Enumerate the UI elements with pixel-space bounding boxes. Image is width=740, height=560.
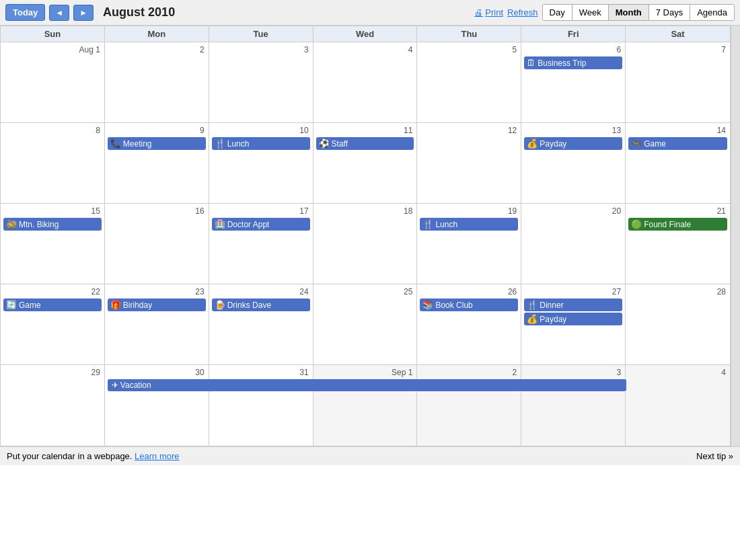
event-3-2-0[interactable]: 🍺Drinks Dave — [212, 298, 310, 311]
day-cell-2-5[interactable]: 20 — [521, 204, 626, 284]
event-1-3-0[interactable]: ⚽Staff — [316, 137, 414, 150]
day-cell-3-1[interactable]: 23🎁Birihday — [105, 284, 209, 364]
print-icon: 🖨 — [474, 7, 483, 17]
event-icon: 🚵 — [6, 219, 17, 229]
event-icon: 🍴 — [422, 219, 433, 229]
day-cell-2-2[interactable]: 17🏥Doctor Appt — [209, 204, 313, 284]
day-cell-4-3[interactable]: Sep 1 — [313, 365, 418, 446]
event-label: Doctor Appt — [227, 220, 270, 229]
event-1-6-0[interactable]: 🎮Game — [628, 137, 727, 150]
day-number: 27 — [524, 286, 622, 298]
event-3-5-1[interactable]: 💰Payday — [524, 313, 622, 325]
day-cell-4-0[interactable]: 29 — [1, 365, 105, 446]
view-week[interactable]: Week — [572, 5, 609, 20]
day-cell-2-1[interactable]: 16 — [105, 204, 209, 284]
day-cell-1-1[interactable]: 9📞Meeting — [105, 123, 209, 203]
day-cell-0-4[interactable]: 5 — [417, 42, 521, 122]
learn-more-link[interactable]: Learn more — [135, 451, 179, 461]
view-7days[interactable]: 7 Days — [649, 5, 690, 20]
day-cell-0-0[interactable]: Aug 1 — [1, 42, 105, 122]
event-1-1-0[interactable]: 📞Meeting — [108, 137, 206, 150]
day-cell-1-0[interactable]: 8 — [1, 123, 105, 203]
day-number: 29 — [3, 366, 102, 379]
day-number: 23 — [108, 286, 206, 298]
today-button[interactable]: Today — [5, 4, 45, 21]
day-cell-3-6[interactable]: 28 — [626, 284, 730, 364]
day-cell-3-5[interactable]: 27🍴Dinner💰Payday — [521, 284, 626, 364]
event-icon: 🎁 — [110, 300, 121, 310]
event-label: Meeting — [123, 139, 152, 149]
event-3-1-0[interactable]: 🎁Birihday — [108, 298, 206, 311]
prev-button[interactable]: ◄ — [49, 5, 69, 21]
day-cell-0-2[interactable]: 3 — [209, 42, 313, 122]
day-number: 8 — [3, 124, 102, 137]
event-1-2-0[interactable]: 🍴Lunch — [212, 137, 310, 150]
print-link[interactable]: 🖨 Print — [474, 7, 503, 17]
event-1-5-0[interactable]: 💰Payday — [524, 137, 622, 150]
view-month[interactable]: Month — [609, 5, 649, 20]
day-cell-2-3[interactable]: 18 — [313, 204, 418, 284]
footer: Put your calendar in a webpage. Learn mo… — [0, 446, 740, 465]
day-cell-1-2[interactable]: 10🍴Lunch — [209, 123, 313, 203]
day-cell-0-1[interactable]: 2 — [105, 42, 209, 122]
day-cell-4-6[interactable]: 4 — [626, 365, 730, 446]
next-button[interactable]: ► — [73, 5, 94, 21]
event-label: Staff — [332, 139, 348, 149]
day-cell-1-3[interactable]: 11⚽Staff — [313, 123, 418, 203]
day-cell-0-5[interactable]: 6🗓Business Trip — [521, 42, 626, 122]
event-icon: 🗓 — [527, 58, 535, 68]
view-agenda[interactable]: Agenda — [690, 5, 734, 20]
day-number: 30 — [108, 366, 206, 379]
event-2-2-0[interactable]: 🏥Doctor Appt — [212, 218, 310, 231]
event-icon: 🏥 — [215, 219, 225, 229]
day-number: 2 — [420, 366, 518, 379]
day-cell-2-0[interactable]: 15🚵Mtn. Biking — [1, 204, 105, 284]
scrollbar[interactable] — [731, 26, 740, 446]
day-cell-2-6[interactable]: 21🟢Found Finale — [626, 204, 730, 284]
event-2-4-0[interactable]: 🍴Lunch — [420, 218, 518, 231]
day-number: Aug 1 — [3, 44, 102, 56]
day-cell-4-4[interactable]: 2 — [417, 365, 521, 446]
day-header-thu: Thu — [417, 26, 521, 42]
event-2-0-0[interactable]: 🚵Mtn. Biking — [3, 218, 102, 231]
day-cell-1-5[interactable]: 13💰Payday — [521, 123, 626, 203]
day-number: 10 — [212, 124, 310, 137]
day-number: 7 — [628, 44, 727, 56]
event-label: Drinks Dave — [227, 301, 271, 310]
day-cell-4-5[interactable]: 3 — [521, 365, 626, 446]
day-number: 9 — [108, 124, 206, 137]
event-label: Book Club — [435, 301, 472, 310]
event-3-4-0[interactable]: 📚Book Club — [420, 298, 518, 311]
day-number: 3 — [524, 366, 622, 379]
day-cell-0-6[interactable]: 7 — [626, 42, 730, 122]
day-cell-0-3[interactable]: 4 — [313, 42, 418, 122]
day-cell-3-2[interactable]: 24🍺Drinks Dave — [209, 284, 313, 364]
weeks: Aug 123456🗓Business Trip789📞Meeting10🍴Lu… — [1, 42, 730, 446]
day-header-mon: Mon — [105, 26, 209, 42]
current-month: August 2010 — [103, 5, 175, 19]
day-cell-3-3[interactable]: 25 — [313, 284, 418, 364]
event-icon: ⚽ — [319, 138, 330, 149]
day-cell-1-4[interactable]: 12 — [417, 123, 521, 203]
vacation-event[interactable]: ✈Vacation — [108, 379, 626, 391]
next-tip[interactable]: Next tip » — [696, 451, 733, 461]
refresh-link[interactable]: Refresh — [507, 7, 538, 17]
week-row-4: 2930✈Vacation31Sep 1234 — [1, 365, 730, 446]
view-day[interactable]: Day — [543, 5, 572, 20]
day-number: 16 — [108, 205, 206, 218]
day-cell-1-6[interactable]: 14🎮Game — [626, 123, 730, 203]
day-cell-3-4[interactable]: 26📚Book Club — [417, 284, 521, 364]
day-cell-4-2[interactable]: 31 — [209, 365, 313, 446]
event-2-6-0[interactable]: 🟢Found Finale — [628, 218, 727, 231]
event-3-5-0[interactable]: 🍴Dinner — [524, 298, 622, 311]
event-label: Business Trip — [538, 58, 586, 68]
week-row-3: 22🔄Game23🎁Birihday24🍺Drinks Dave2526📚Boo… — [1, 284, 730, 365]
day-cell-2-4[interactable]: 19🍴Lunch — [417, 204, 521, 284]
day-cell-3-0[interactable]: 22🔄Game — [1, 284, 105, 364]
day-header-sun: Sun — [1, 26, 105, 42]
event-0-5-0[interactable]: 🗓Business Trip — [524, 56, 622, 69]
event-label: Birihday — [123, 301, 152, 310]
event-3-0-0[interactable]: 🔄Game — [3, 298, 102, 311]
day-cell-4-1[interactable]: 30✈Vacation — [105, 365, 209, 446]
view-selector: Day Week Month 7 Days Agenda — [542, 4, 735, 21]
